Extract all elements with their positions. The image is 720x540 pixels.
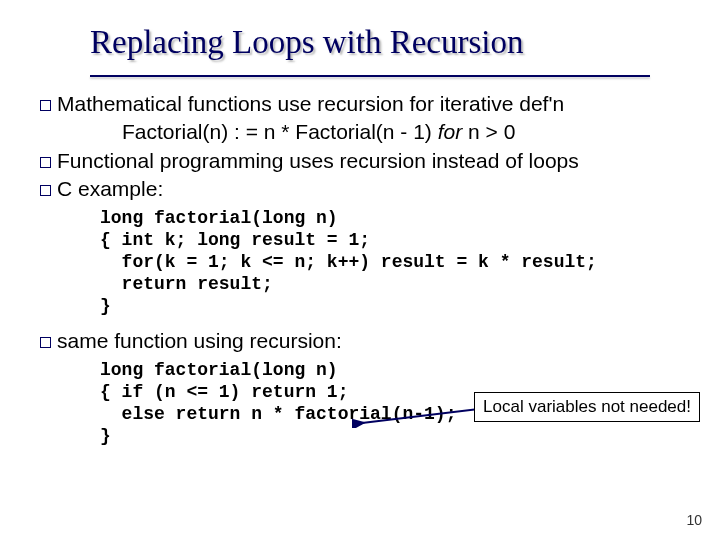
slide: Replacing Loops with Recursion Mathemati… (0, 0, 720, 540)
formula-line: Factorial(n) : = n * Factorial(n - 1) fo… (122, 119, 690, 145)
bullet-3: C example: (40, 176, 690, 202)
bullet-2: Functional programming uses recursion in… (40, 148, 690, 174)
slide-title: Replacing Loops with Recursion (90, 24, 524, 60)
page-number: 10 (686, 512, 702, 528)
bullet-3-text: C example: (57, 176, 690, 202)
formula-part-a: Factorial(n) : = n * Factorial(n - 1) (122, 120, 438, 143)
bullet-2-text: Functional programming uses recursion in… (57, 148, 690, 174)
formula-part-b: n > 0 (468, 120, 515, 143)
bullet-4-text: same function using recursion: (57, 328, 690, 354)
bullet-square-icon (40, 337, 51, 348)
bullet-1-text: Mathematical functions use recursion for… (57, 91, 690, 117)
code-block-1: long factorial(long n) { int k; long res… (100, 208, 690, 318)
title-wrap: Replacing Loops with Recursion (0, 0, 720, 69)
bullet-square-icon (40, 100, 51, 111)
callout-box: Local variables not needed! (474, 392, 700, 422)
bullet-1: Mathematical functions use recursion for… (40, 91, 690, 117)
formula-ital: for (438, 120, 468, 143)
bullet-square-icon (40, 185, 51, 196)
bullet-4: same function using recursion: (40, 328, 690, 354)
callout-text: Local variables not needed! (483, 397, 691, 416)
bullet-square-icon (40, 157, 51, 168)
